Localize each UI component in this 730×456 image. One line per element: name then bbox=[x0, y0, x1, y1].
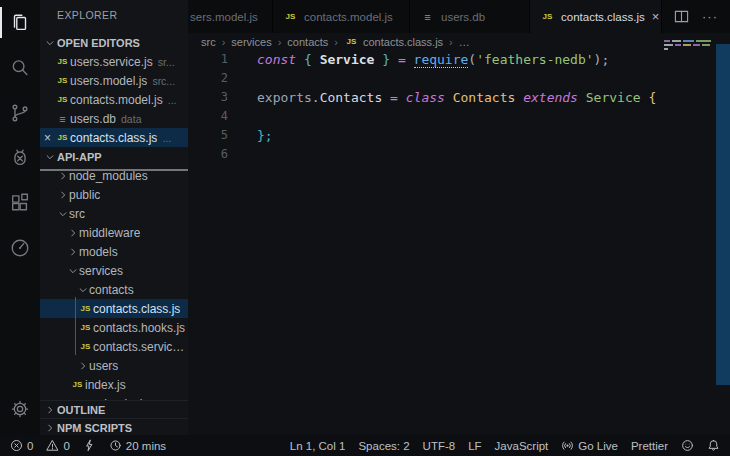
status-time-tracker[interactable]: 20 mins bbox=[109, 439, 166, 452]
chevron-icon bbox=[56, 209, 69, 219]
tab-contacts.model.js[interactable]: JScontacts.model.js bbox=[273, 0, 410, 33]
open-editor-item[interactable]: ×JScontacts.class.js... bbox=[40, 128, 188, 147]
tab-users.db[interactable]: ≡users.db bbox=[410, 0, 530, 33]
js-file-icon: JS bbox=[55, 95, 70, 104]
tab-sers.model.js[interactable]: sers.model.js bbox=[188, 0, 273, 33]
tree-item-public[interactable]: public bbox=[40, 185, 188, 204]
open-editor-filename: contacts.class.js bbox=[70, 131, 157, 145]
open-editor-item[interactable]: ×≡users.dbdata bbox=[40, 109, 188, 128]
tree-item-label: public bbox=[69, 188, 100, 202]
chevron-icon bbox=[56, 190, 69, 200]
tree-item-users[interactable]: users bbox=[40, 356, 188, 375]
activity-bar-item-search[interactable] bbox=[0, 45, 40, 90]
history-icon bbox=[109, 439, 122, 452]
status-eol-label: LF bbox=[468, 440, 481, 452]
split-editor-icon[interactable] bbox=[674, 9, 689, 24]
tree-item-label: contacts.class.js bbox=[93, 302, 180, 316]
activity-bar-item-run-debug[interactable] bbox=[0, 135, 40, 180]
tab-label: contacts.class.js bbox=[561, 11, 645, 23]
breadcrumb-item-src[interactable]: src bbox=[201, 36, 216, 48]
status-go-live[interactable]: Go Live bbox=[561, 439, 618, 452]
tree-item-middleware[interactable]: middleware bbox=[40, 223, 188, 242]
bell-icon bbox=[707, 439, 720, 452]
tab-contacts.class.js[interactable]: JScontacts.class.js× bbox=[530, 0, 662, 33]
breadcrumb-label: contacts.class.js bbox=[363, 36, 443, 48]
tree-item-contacts.hooks.js[interactable]: JScontacts.hooks.js bbox=[40, 318, 188, 337]
folder-section-header[interactable]: API-APP bbox=[40, 147, 188, 166]
outline-section-header[interactable]: OUTLINE bbox=[40, 400, 188, 419]
open-editor-item[interactable]: ×JSusers.model.jssrc... bbox=[40, 71, 188, 90]
tree-item-src[interactable]: src bbox=[40, 204, 188, 223]
smiley-icon bbox=[681, 439, 694, 452]
breadcrumb-item-contacts.class.js[interactable]: JScontacts.class.js bbox=[344, 36, 443, 48]
npm-scripts-section-header[interactable]: NPM SCRIPTS bbox=[40, 418, 188, 435]
line-number: 6 bbox=[188, 145, 228, 164]
status-cursor-position[interactable]: Ln 1, Col 1 bbox=[290, 440, 346, 452]
more-actions-icon[interactable]: ··· bbox=[702, 9, 718, 24]
tree-item-label: middleware bbox=[79, 226, 140, 240]
debug-icon bbox=[9, 147, 31, 169]
tree-item-label: index.js bbox=[85, 378, 126, 392]
chevron-icon bbox=[56, 171, 69, 181]
open-editor-path: src... bbox=[152, 75, 188, 87]
sidebar-title: EXPLORER bbox=[40, 0, 188, 21]
scm-icon bbox=[9, 102, 31, 124]
status-eol[interactable]: LF bbox=[468, 440, 481, 452]
status-encoding-label: UTF-8 bbox=[423, 440, 456, 452]
tree-item-services[interactable]: services bbox=[40, 261, 188, 280]
activity-bar-item-extensions[interactable] bbox=[0, 180, 40, 225]
status-language[interactable]: JavaScript bbox=[495, 440, 549, 452]
js-file-icon: JS bbox=[78, 342, 93, 351]
breadcrumb-item-services[interactable]: services bbox=[231, 36, 271, 48]
chevron-icon bbox=[43, 423, 56, 433]
activity-bar-item-code-time[interactable] bbox=[0, 225, 40, 270]
close-icon[interactable]: × bbox=[652, 10, 660, 23]
status-bar: 0020 mins Ln 1, Col 1Spaces: 2UTF-8LFJav… bbox=[0, 435, 730, 456]
status-go-live-label: Go Live bbox=[578, 440, 618, 452]
breadcrumb-label: contacts bbox=[287, 36, 328, 48]
minimap[interactable] bbox=[664, 40, 712, 52]
js-file-icon: JS bbox=[55, 57, 70, 66]
tree-item-index.js[interactable]: JSindex.js bbox=[40, 375, 188, 394]
activity-bar-item-source-control[interactable] bbox=[0, 90, 40, 135]
sash-divider[interactable] bbox=[40, 169, 188, 171]
breadcrumb-separator: › bbox=[222, 36, 226, 48]
tree-item-contacts.class.js[interactable]: JScontacts.class.js bbox=[40, 299, 188, 318]
status-errors[interactable]: 0 bbox=[10, 439, 33, 452]
status-indentation[interactable]: Spaces: 2 bbox=[358, 440, 409, 452]
tree-item-contacts[interactable]: contacts bbox=[40, 280, 188, 299]
manage-button[interactable] bbox=[0, 389, 40, 429]
code-editor[interactable]: 1const { Service } = require('feathers-n… bbox=[188, 50, 730, 164]
open-editor-item[interactable]: ×JSusers.service.jssr... bbox=[40, 52, 188, 71]
status-encoding[interactable]: UTF-8 bbox=[423, 440, 456, 452]
open-editor-item[interactable]: ×JScontacts.model.js... bbox=[40, 90, 188, 109]
outline-label: OUTLINE bbox=[57, 404, 105, 416]
js-file-icon: JS bbox=[78, 323, 93, 332]
status-feedback[interactable] bbox=[681, 439, 694, 452]
warning-icon bbox=[46, 439, 59, 452]
breadcrumb-item-…[interactable]: … bbox=[459, 36, 470, 48]
code-line: 1const { Service } = require('feathers-n… bbox=[188, 50, 730, 69]
scrollbar-thumb[interactable] bbox=[716, 44, 730, 385]
editor-group: sers.model.jsJScontacts.model.js≡users.d… bbox=[188, 0, 730, 435]
open-editor-path: data bbox=[121, 113, 188, 125]
breadcrumb: src›services›contacts›JScontacts.class.j… bbox=[188, 33, 730, 50]
status-notifications[interactable] bbox=[707, 439, 720, 452]
status-prettier[interactable]: Prettier bbox=[631, 440, 668, 452]
breadcrumb-item-contacts[interactable]: contacts bbox=[287, 36, 328, 48]
tree-item-label: users bbox=[89, 359, 118, 373]
activity-bar-item-explorer[interactable] bbox=[0, 0, 40, 45]
close-icon[interactable]: × bbox=[40, 131, 55, 145]
code-line-text: const { Service } = require('feathers-ne… bbox=[257, 50, 609, 69]
chevron-icon bbox=[43, 152, 56, 162]
status-zap[interactable] bbox=[83, 439, 96, 452]
close-icon: × bbox=[40, 55, 55, 69]
js-file-icon: JS bbox=[55, 133, 70, 142]
status-warnings[interactable]: 0 bbox=[46, 439, 69, 452]
tree-item-contacts.service.js[interactable]: JScontacts.service.js bbox=[40, 337, 188, 356]
tab-label: users.db bbox=[441, 11, 485, 23]
chevron-icon bbox=[43, 405, 56, 415]
open-editor-path: sr... bbox=[158, 56, 188, 68]
tree-item-models[interactable]: models bbox=[40, 242, 188, 261]
open-editors-header[interactable]: OPEN EDITORS bbox=[40, 33, 188, 52]
